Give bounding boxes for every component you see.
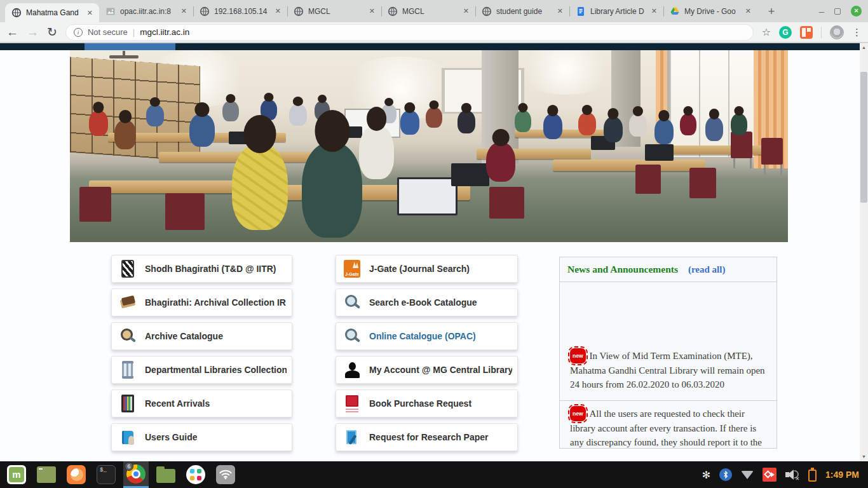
link-label: Book Purchase Request (369, 398, 471, 409)
page-scrollbar[interactable]: ▲ ▼ (860, 43, 868, 461)
link-recent-arrivals[interactable]: Recent Arrivals (111, 390, 292, 417)
read-all-link[interactable]: (read all) (688, 264, 725, 275)
show-desktop-button[interactable] (34, 461, 59, 488)
window-minimize-button[interactable]: – (819, 8, 824, 15)
bookshelf-icon (121, 395, 134, 412)
link-archive-catalogue[interactable]: Archive Catalogue (111, 322, 292, 350)
tab-close-icon[interactable]: ✕ (367, 6, 377, 17)
link-research-paper[interactable]: Request for Research Paper (336, 423, 518, 451)
library-column-icon (122, 361, 133, 379)
window-restore-button[interactable] (834, 8, 841, 15)
slack-tray-icon[interactable]: ✻ (702, 469, 710, 481)
back-button[interactable]: ← (6, 26, 18, 38)
mint-logo-icon: m (7, 465, 26, 484)
thesis-books-icon (121, 260, 134, 278)
link-label: Archive Catalogue (145, 331, 223, 341)
news-item: newAll the users are requested to check … (560, 401, 776, 449)
globe-favicon (388, 6, 398, 17)
terminal-launcher[interactable]: $_ (93, 461, 119, 488)
link-opac[interactable]: Online Catalogue (OPAC) (336, 322, 518, 350)
address-bar[interactable]: i Not secure | mgcl.iitr.ac.in (65, 24, 754, 41)
red-book-icon (344, 395, 360, 412)
network-app-launcher[interactable] (213, 461, 238, 488)
taskbar-clock[interactable]: 1:49 PM (825, 470, 859, 480)
terminal-icon: $_ (97, 465, 116, 484)
link-archival-collection[interactable]: Bhagirathi: Archival Collection IR (111, 288, 292, 316)
scroll-down-arrow[interactable]: ▼ (860, 452, 868, 461)
url-text[interactable]: mgcl.iitr.ac.in (140, 27, 189, 37)
grammarly-extension-icon[interactable]: G (779, 26, 792, 39)
window-close-button[interactable]: ✕ (851, 6, 862, 17)
security-label: Not secure (88, 27, 128, 37)
firefox-launcher[interactable] (64, 461, 89, 488)
tab-close-icon[interactable]: ✕ (85, 8, 95, 18)
new-badge: new (570, 348, 586, 363)
link-jgate[interactable]: J-Gate J-Gate (Journal Search) (336, 255, 518, 283)
extension-icon[interactable] (800, 26, 813, 39)
tab-ip-address[interactable]: 192.168.105.14 ✕ (193, 0, 287, 22)
link-users-guide[interactable]: Users Guide (111, 423, 292, 451)
wifi-app-icon (216, 465, 235, 484)
site-nav-bar (0, 43, 860, 50)
tab-opac[interactable]: opac.iitr.ac.in:8 ✕ (99, 0, 193, 22)
tab-close-icon[interactable]: ✕ (273, 6, 283, 17)
page-content: Shodh Bhagirathi (T&D @ IITR) Bhagirathi… (0, 43, 868, 461)
link-book-purchase[interactable]: Book Purchase Request (336, 390, 518, 417)
volume-muted-icon[interactable]: ✕ (785, 468, 799, 481)
forward-button[interactable]: → (27, 26, 39, 38)
tab-my-drive[interactable]: My Drive - Goo ✕ (663, 0, 757, 22)
link-label: Departmental Libraries Collection (145, 365, 287, 375)
new-badge: new (570, 406, 586, 421)
link-my-account[interactable]: My Account @ MG Central Library (336, 356, 518, 384)
tab-close-icon[interactable]: ✕ (649, 6, 659, 17)
chrome-taskbar-button[interactable]: 6 (123, 461, 149, 488)
link-shodh-bhagirathi[interactable]: Shodh Bhagirathi (T&D @ IITR) (111, 255, 292, 283)
jgate-logo-icon: J-Gate (344, 260, 360, 278)
profile-avatar[interactable] (830, 25, 844, 39)
tab-close-icon[interactable]: ✕ (743, 6, 753, 17)
link-ebook-catalogue[interactable]: Search e-Book Catalogue (336, 288, 518, 316)
bookmark-star-icon[interactable]: ☆ (762, 26, 771, 38)
guide-book-icon (119, 428, 136, 446)
toolbar-separator (821, 27, 822, 38)
slack-launcher[interactable] (183, 461, 208, 488)
tab-close-icon[interactable]: ✕ (461, 6, 471, 17)
magnifier-icon (344, 294, 360, 311)
news-item: newIn View of Mid Term Examination (MTE)… (560, 282, 776, 401)
tab-mahatma-gandhi[interactable]: Mahatma Gand ✕ (5, 3, 99, 22)
browser-menu-icon[interactable]: ⋮ (852, 27, 862, 38)
info-icon[interactable]: i (74, 28, 83, 37)
news-title: News and Announcements (567, 264, 678, 275)
reload-button[interactable]: ↻ (47, 26, 57, 38)
battery-icon[interactable] (808, 470, 817, 482)
links-column-1: Shodh Bhagirathi (T&D @ IITR) Bhagirathi… (111, 255, 292, 457)
file-manager-launcher[interactable] (153, 461, 179, 488)
scroll-up-arrow[interactable]: ▲ (860, 43, 868, 52)
tab-library-article-doc[interactable]: Library Article D ✕ (569, 0, 663, 22)
network-tray-icon[interactable] (741, 471, 754, 479)
link-label: My Account @ MG Central Library (369, 365, 512, 375)
link-departmental-libraries[interactable]: Departmental Libraries Collection (111, 356, 292, 384)
mint-menu-button[interactable]: m (4, 461, 29, 488)
link-label: Request for Research Paper (369, 432, 489, 442)
tab-title: MGCL (402, 7, 457, 16)
browser-toolbar: ← → ↻ i Not secure | mgcl.iitr.ac.in ☆ G… (0, 22, 868, 43)
tab-title: 192.168.105.14 (214, 7, 269, 16)
link-label: Search e-Book Catalogue (369, 297, 477, 308)
google-docs-favicon (576, 6, 586, 17)
link-label: J-Gate (Journal Search) (369, 264, 470, 274)
link-label: Shodh Bhagirathi (T&D @ IITR) (145, 264, 276, 274)
link-label: Users Guide (145, 432, 197, 442)
tab-mgcl-1[interactable]: MGCL ✕ (287, 0, 381, 22)
jgate-logo-text: J-Gate (344, 272, 360, 276)
new-tab-button[interactable]: + (763, 4, 780, 19)
site-nav-active-item[interactable] (85, 43, 175, 50)
tab-student-guide[interactable]: student guide ✕ (475, 0, 569, 22)
tab-mgcl-2[interactable]: MGCL ✕ (381, 0, 475, 22)
tab-close-icon[interactable]: ✕ (179, 6, 189, 17)
tab-close-icon[interactable]: ✕ (555, 6, 565, 17)
bluetooth-tray-icon[interactable] (719, 468, 732, 481)
slack-icon (186, 465, 205, 484)
scrollbar-thumb[interactable] (860, 72, 867, 203)
anydesk-tray-icon[interactable] (763, 468, 776, 482)
